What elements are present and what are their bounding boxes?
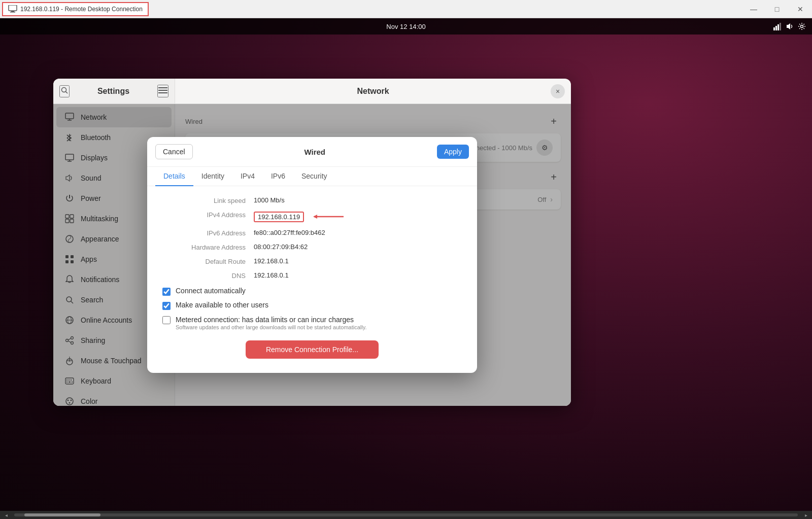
link-speed-row: Link speed 1000 Mb/s bbox=[162, 196, 462, 204]
close-icon: × bbox=[556, 87, 560, 95]
default-route-label: Default Route bbox=[162, 257, 254, 265]
scroll-left-arrow[interactable]: ◂ bbox=[0, 511, 12, 519]
svg-rect-3 bbox=[773, 27, 775, 30]
rdp-maximize-button[interactable]: □ bbox=[765, 0, 789, 18]
settings-close-button[interactable]: × bbox=[551, 84, 565, 98]
dialog-tabs: Details Identity IPv4 IPv6 Security bbox=[147, 167, 477, 186]
hardware-address-value: 08:00:27:09:B4:62 bbox=[254, 243, 308, 251]
metered-sublabel: Software updates and other large downloa… bbox=[176, 324, 366, 330]
settings-icon bbox=[798, 22, 806, 30]
search-icon bbox=[60, 86, 69, 94]
gnome-topbar: Nov 12 14:00 bbox=[0, 18, 812, 34]
dialog-cancel-button[interactable]: Cancel bbox=[155, 144, 193, 159]
settings-window: Settings Network Bluetooth bbox=[53, 79, 571, 406]
dialog-header: Cancel Wired Apply bbox=[147, 137, 477, 167]
ipv6-address-label: IPv6 Address bbox=[162, 229, 254, 237]
link-speed-label: Link speed bbox=[162, 196, 254, 204]
sound-icon bbox=[786, 22, 794, 30]
scroll-right-arrow[interactable]: ▸ bbox=[800, 511, 812, 519]
metered-checkbox[interactable] bbox=[162, 316, 171, 324]
svg-rect-2 bbox=[10, 12, 15, 13]
available-users-checkbox[interactable] bbox=[162, 302, 171, 310]
ipv6-address-row: IPv6 Address fe80::a00:27ff:fe09:b462 bbox=[162, 229, 462, 237]
dns-label: DNS bbox=[162, 271, 254, 280]
connect-auto-checkbox[interactable] bbox=[162, 288, 171, 296]
ipv4-address-value: 192.168.0.119 bbox=[254, 211, 349, 223]
tab-ipv6[interactable]: IPv6 bbox=[263, 167, 293, 186]
dialog-content: Link speed 1000 Mb/s IPv4 Address 192.16… bbox=[147, 186, 477, 373]
svg-rect-5 bbox=[777, 24, 779, 30]
remove-connection-button[interactable]: Remove Connection Profile... bbox=[246, 340, 379, 359]
network-icon bbox=[773, 22, 782, 30]
default-route-row: Default Route 192.168.0.1 bbox=[162, 257, 462, 265]
scroll-track bbox=[14, 513, 798, 516]
dialog-overlay: Cancel Wired Apply Details Identity IPv4… bbox=[53, 104, 571, 406]
tab-details[interactable]: Details bbox=[155, 167, 193, 186]
rdp-minimize-button[interactable]: — bbox=[742, 0, 765, 18]
ipv4-address-row: IPv4 Address 192.168.0.119 bbox=[162, 211, 462, 223]
svg-rect-6 bbox=[780, 23, 781, 30]
svg-marker-7 bbox=[787, 23, 790, 29]
connect-auto-label[interactable]: Connect automatically bbox=[176, 287, 246, 295]
hamburger-button[interactable] bbox=[157, 85, 168, 97]
settings-main-header: Network × bbox=[175, 79, 571, 104]
ipv4-address-box: 192.168.0.119 bbox=[254, 212, 304, 222]
svg-rect-4 bbox=[775, 26, 777, 30]
dialog-apply-button[interactable]: Apply bbox=[437, 145, 469, 159]
hamburger-icon bbox=[158, 87, 167, 94]
dns-value: 192.168.0.1 bbox=[254, 271, 289, 279]
svg-marker-57 bbox=[313, 215, 317, 219]
rdp-window-controls: — □ ✕ bbox=[742, 0, 812, 18]
scroll-thumb bbox=[24, 513, 100, 516]
tab-ipv4[interactable]: IPv4 bbox=[232, 167, 263, 186]
ipv6-address-value: fe80::a00:27ff:fe09:b462 bbox=[254, 229, 325, 236]
metered-label[interactable]: Metered connection: has data limits or c… bbox=[176, 316, 354, 324]
hardware-address-label: Hardware Address bbox=[162, 243, 254, 251]
available-users-label[interactable]: Make available to other users bbox=[176, 301, 268, 309]
svg-point-9 bbox=[62, 87, 66, 92]
dns-row: DNS 192.168.0.1 bbox=[162, 271, 462, 280]
bottom-scrollbar[interactable]: ◂ ▸ bbox=[0, 511, 812, 519]
rdp-topbar: 192.168.0.119 - Remote Desktop Connectio… bbox=[0, 0, 812, 18]
settings-title: Settings bbox=[76, 87, 151, 96]
dialog-title: Wired bbox=[304, 148, 326, 156]
sidebar-search-button[interactable] bbox=[59, 85, 70, 97]
gnome-topbar-datetime: Nov 12 14:00 bbox=[386, 23, 425, 30]
settings-main-title: Network bbox=[357, 87, 389, 96]
wired-dialog: Cancel Wired Apply Details Identity IPv4… bbox=[147, 137, 477, 373]
ipv4-arrow-annotation bbox=[308, 211, 349, 223]
connect-auto-row: Connect automatically bbox=[162, 287, 462, 296]
hardware-address-row: Hardware Address 08:00:27:09:B4:62 bbox=[162, 243, 462, 251]
gnome-topbar-right-icons bbox=[773, 22, 806, 30]
available-users-row: Make available to other users bbox=[162, 301, 462, 310]
rdp-title-button[interactable]: 192.168.0.119 - Remote Desktop Connectio… bbox=[2, 2, 149, 16]
svg-line-10 bbox=[66, 91, 68, 93]
ipv4-address-label: IPv4 Address bbox=[162, 211, 254, 219]
rdp-close-button[interactable]: ✕ bbox=[789, 0, 812, 18]
svg-rect-0 bbox=[9, 5, 17, 11]
link-speed-value: 1000 Mb/s bbox=[254, 196, 285, 204]
svg-point-8 bbox=[801, 25, 803, 28]
metered-row: Metered connection: has data limits or c… bbox=[162, 315, 462, 330]
tab-security[interactable]: Security bbox=[293, 167, 335, 186]
rdp-title-text: 192.168.0.119 - Remote Desktop Connectio… bbox=[20, 6, 143, 13]
default-route-value: 192.168.0.1 bbox=[254, 257, 289, 265]
tab-identity[interactable]: Identity bbox=[193, 167, 232, 186]
monitor-icon bbox=[8, 5, 17, 13]
sidebar-header: Settings bbox=[53, 79, 175, 104]
